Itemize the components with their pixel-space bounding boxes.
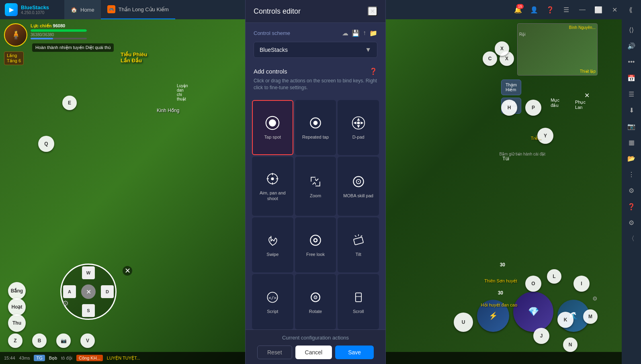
key-h[interactable]: H bbox=[501, 100, 517, 116]
sidebar-settings2-button[interactable]: ⚙ bbox=[624, 215, 639, 230]
control-tilt[interactable]: Tilt bbox=[338, 217, 379, 273]
tham-hiem-button[interactable]: Thám Hiểm bbox=[501, 80, 521, 95]
svg-point-21 bbox=[314, 239, 316, 241]
reset-button[interactable]: Reset bbox=[257, 346, 292, 359]
skill-settings-icon[interactable]: ⚙ bbox=[592, 295, 598, 302]
cloud-upload-icon[interactable]: ☁ bbox=[342, 29, 348, 37]
panel-close-button[interactable]: × bbox=[368, 6, 377, 16]
close-dpad-button[interactable]: ✕ bbox=[123, 266, 132, 276]
control-moba-skill[interactable]: MOBA skill pad bbox=[338, 157, 379, 215]
key-j[interactable]: J bbox=[533, 328, 549, 344]
control-free-look[interactable]: Free look bbox=[295, 217, 336, 273]
restore-button[interactable]: ⬜ bbox=[591, 2, 606, 17]
control-dpad[interactable]: D-pad bbox=[338, 100, 379, 155]
dpad-down[interactable]: S bbox=[82, 304, 95, 317]
key-bang[interactable]: Bắng bbox=[8, 282, 26, 300]
key-q[interactable]: Q bbox=[38, 136, 54, 152]
character-portrait: 🧍 bbox=[4, 23, 27, 47]
top-right-icons: 🔔 15 👤 ❓ ☰ — ⬜ ✕ ⟪ bbox=[511, 2, 641, 17]
minimap-subregion: Rội bbox=[518, 31, 597, 37]
svg-text:</>: </> bbox=[269, 295, 277, 301]
control-zoom[interactable]: Zoom bbox=[295, 157, 336, 215]
control-aim-pan-shoot[interactable]: Aim, pan and shoot bbox=[252, 157, 293, 215]
sidebar-help2-button[interactable]: ❓ bbox=[624, 199, 639, 214]
sidebar-list-button[interactable]: ☰ bbox=[624, 87, 639, 101]
dpad-up[interactable]: W bbox=[82, 266, 95, 279]
key-x-map[interactable]: X bbox=[495, 41, 509, 56]
key-v[interactable]: V bbox=[80, 333, 95, 348]
key-k[interactable]: K bbox=[557, 312, 573, 328]
key-camera[interactable]: 📷 bbox=[56, 333, 71, 348]
tap-spot-icon bbox=[264, 115, 281, 131]
sidebar-collapse-button[interactable]: 〈 bbox=[624, 231, 639, 246]
health-bar bbox=[31, 29, 87, 32]
key-l[interactable]: L bbox=[547, 269, 561, 284]
control-script[interactable]: </> Script bbox=[252, 274, 293, 329]
key-u[interactable]: U bbox=[454, 313, 473, 332]
key-c-right[interactable]: C bbox=[483, 51, 497, 66]
ping-display: 43ms bbox=[19, 356, 30, 360]
key-m[interactable]: M bbox=[583, 309, 598, 324]
rotate-label: Rotate bbox=[309, 309, 322, 314]
scheme-dropdown[interactable]: BlueStacks ▼ bbox=[254, 42, 377, 58]
folder-scheme-icon[interactable]: 📁 bbox=[369, 29, 377, 37]
close-window-button[interactable]: ✕ bbox=[607, 2, 622, 17]
script-label: Script bbox=[267, 309, 278, 314]
key-n[interactable]: N bbox=[563, 337, 578, 352]
free-look-icon bbox=[307, 232, 324, 248]
help-button[interactable]: ❓ bbox=[543, 2, 557, 17]
sidebar-settings-button[interactable]: ⚙ bbox=[624, 183, 639, 198]
key-p[interactable]: P bbox=[525, 100, 541, 116]
cong-label: Công KH... bbox=[76, 355, 103, 361]
add-controls-desc: Click or drag the actions on the screen … bbox=[254, 78, 377, 91]
account-button[interactable]: 👤 bbox=[527, 2, 541, 17]
moba-skill-icon bbox=[350, 174, 367, 190]
minimize-button[interactable]: — bbox=[575, 2, 590, 17]
dpad-right[interactable]: D bbox=[101, 285, 114, 298]
cancel-button[interactable]: Cancel bbox=[295, 346, 332, 359]
key-z[interactable]: Z bbox=[8, 333, 23, 348]
svg-marker-8 bbox=[360, 122, 363, 125]
sidebar-camera-button[interactable]: 📷 bbox=[624, 119, 639, 133]
key-i[interactable]: I bbox=[573, 276, 590, 292]
save-button[interactable]: Save bbox=[335, 346, 374, 359]
menu-button[interactable]: ☰ bbox=[559, 2, 573, 17]
key-o[interactable]: O bbox=[525, 276, 541, 292]
notifications-button[interactable]: 🔔 15 bbox=[511, 2, 525, 17]
skill-orb-2[interactable]: 💎 bbox=[513, 292, 553, 332]
sidebar-more-button[interactable]: ••• bbox=[624, 55, 639, 69]
sidebar-calendar-button[interactable]: 📅 bbox=[624, 71, 639, 85]
sidebar-download-button[interactable]: ⬇ bbox=[624, 103, 639, 117]
control-scroll[interactable]: Scroll bbox=[338, 274, 379, 329]
save-scheme-icon[interactable]: 💾 bbox=[352, 29, 360, 37]
export-scheme-icon[interactable]: ↑ bbox=[363, 29, 366, 37]
control-repeated-tap[interactable]: Repeated tap bbox=[295, 100, 336, 155]
control-settings-icon[interactable]: ⚙ bbox=[62, 299, 69, 308]
key-e[interactable]: E bbox=[62, 96, 77, 110]
sidebar-apk-button[interactable]: ▦ bbox=[624, 135, 639, 149]
sidebar-expand-button[interactable]: ⟨⟩ bbox=[624, 22, 639, 37]
dpad-left[interactable]: A bbox=[63, 285, 76, 298]
sidebar-folder-button[interactable]: 📂 bbox=[624, 151, 639, 166]
key-hoat[interactable]: Hoạt bbox=[8, 298, 26, 316]
help-controls-icon[interactable]: ❓ bbox=[369, 67, 377, 75]
script-icon: </> bbox=[264, 289, 281, 305]
back-button[interactable]: ⟪ bbox=[623, 2, 638, 17]
sidebar-volume-button[interactable]: 🔊 bbox=[624, 39, 639, 53]
control-rotate[interactable]: Rotate bbox=[295, 274, 336, 329]
key-b[interactable]: B bbox=[32, 333, 47, 348]
control-tap-spot[interactable]: Tap spot bbox=[252, 100, 293, 155]
controls-panel: Controls editor × Control scheme ☁ 💾 ↑ 📁… bbox=[245, 0, 386, 364]
combat-power-label: Lực chiến 96080 bbox=[31, 23, 87, 29]
sidebar-dots-button[interactable]: ⋮ bbox=[624, 167, 639, 182]
control-swipe[interactable]: Swipe bbox=[252, 217, 293, 273]
muc-dau-label: Mụcđầu bbox=[551, 98, 559, 108]
tab-home[interactable]: 🏠 Home bbox=[64, 0, 101, 19]
key-thu[interactable]: Thu bbox=[8, 314, 26, 332]
close-skill-button[interactable]: ✕ bbox=[584, 92, 590, 99]
tab-game[interactable]: 🎮 Thần Long Cửu Kiếm bbox=[101, 0, 175, 19]
banner-label: Tiều PhiêuLần Đầu bbox=[121, 51, 147, 63]
luyen-label: LUYỆN TUYỆT... bbox=[107, 356, 140, 361]
add-controls-section: Add controls ❓ Click or drag the actions… bbox=[246, 67, 385, 100]
aim-pan-shoot-label: Aim, pan and shoot bbox=[256, 190, 289, 202]
